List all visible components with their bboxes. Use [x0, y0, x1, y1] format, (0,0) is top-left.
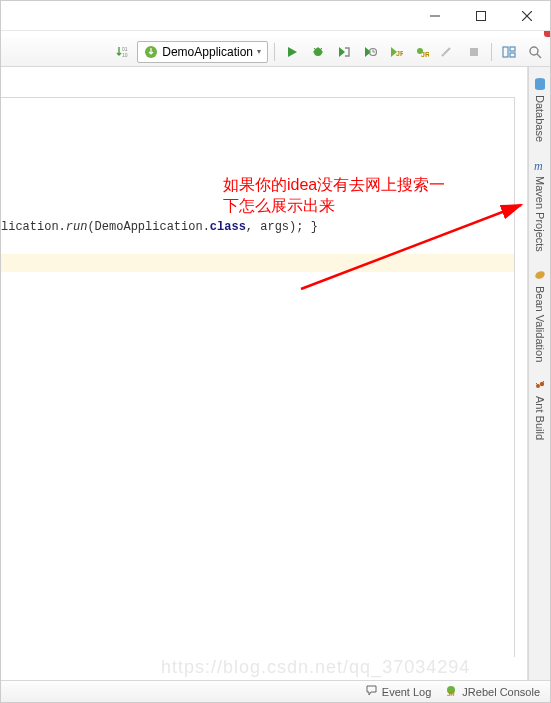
- rail-label: Bean Validation: [534, 286, 546, 362]
- profile-button[interactable]: [359, 41, 381, 63]
- spring-boot-icon: [144, 45, 158, 59]
- svg-text:JR: JR: [447, 691, 455, 697]
- run-configuration-selector[interactable]: DemoApplication ▾: [137, 41, 268, 63]
- project-structure-button[interactable]: [498, 41, 520, 63]
- svg-rect-25: [510, 47, 515, 51]
- rail-label: Database: [534, 95, 546, 142]
- minimize-button[interactable]: [412, 1, 458, 31]
- attach-button[interactable]: [437, 41, 459, 63]
- run-configuration-name: DemoApplication: [162, 45, 253, 59]
- svg-text:m: m: [534, 159, 543, 172]
- rail-label: Maven Projects: [534, 176, 546, 252]
- run-coverage-button[interactable]: [333, 41, 355, 63]
- speech-bubble-icon: [365, 684, 378, 699]
- svg-rect-26: [510, 53, 515, 57]
- bean-icon: [533, 268, 547, 282]
- svg-marker-15: [365, 47, 371, 57]
- toolbar-divider: [274, 43, 275, 61]
- run-button[interactable]: [281, 41, 303, 63]
- top-strip: [1, 31, 550, 37]
- ant-icon: [533, 378, 547, 392]
- svg-marker-14: [339, 47, 345, 57]
- code-content: lication.run(DemoApplication.class, args…: [1, 218, 514, 272]
- svg-point-27: [530, 47, 538, 55]
- svg-point-33: [533, 270, 545, 281]
- svg-rect-23: [470, 48, 478, 56]
- toolbar-divider: [491, 43, 492, 61]
- highlighted-line: [1, 254, 514, 272]
- maven-icon: m: [533, 158, 547, 172]
- debug-button[interactable]: [307, 41, 329, 63]
- svg-text:10: 10: [122, 52, 128, 58]
- jrebel-debug-button[interactable]: JR: [411, 41, 433, 63]
- annotation-line2: 下怎么展示出来: [223, 196, 499, 217]
- jrebel-run-button[interactable]: JR: [385, 41, 407, 63]
- svg-line-36: [536, 383, 538, 385]
- svg-rect-24: [503, 47, 508, 57]
- maximize-button[interactable]: [458, 1, 504, 31]
- update-sort-icon[interactable]: 0110: [111, 41, 133, 63]
- rail-maven-projects[interactable]: m Maven Projects: [533, 154, 547, 256]
- rail-ant-build[interactable]: Ant Build: [533, 374, 547, 444]
- status-jrebel-console[interactable]: JR JRebel Console: [445, 684, 540, 699]
- status-event-log[interactable]: Event Log: [365, 684, 432, 699]
- svg-text:JR: JR: [421, 51, 429, 58]
- svg-marker-7: [288, 47, 297, 57]
- svg-line-28: [537, 54, 541, 58]
- main-toolbar: 0110 DemoApplication ▾ JR JR: [1, 37, 550, 67]
- rail-label: Ant Build: [534, 396, 546, 440]
- editor-area[interactable]: lication.run(DemoApplication.class, args…: [1, 67, 528, 682]
- status-bar: Event Log JR JRebel Console: [1, 680, 550, 702]
- right-tool-rail: Database m Maven Projects Bean Validatio…: [528, 67, 550, 682]
- svg-text:JR: JR: [396, 50, 403, 57]
- annotation-line1: 如果你的idea没有去网上搜索一: [223, 176, 445, 193]
- search-everywhere-button[interactable]: [524, 41, 546, 63]
- jrebel-icon: JR: [445, 684, 458, 699]
- window-titlebar: [1, 1, 550, 31]
- main-body: lication.run(DemoApplication.class, args…: [1, 67, 550, 682]
- close-button[interactable]: [504, 1, 550, 31]
- svg-line-12: [314, 48, 316, 50]
- chevron-down-icon: ▾: [257, 47, 261, 56]
- jrebel-console-label: JRebel Console: [462, 686, 540, 698]
- event-log-label: Event Log: [382, 686, 432, 698]
- svg-line-13: [320, 48, 322, 50]
- rail-database[interactable]: Database: [533, 73, 547, 146]
- svg-rect-1: [477, 11, 486, 20]
- database-icon: [533, 77, 547, 91]
- code-line: lication.run(DemoApplication.class, args…: [1, 218, 514, 236]
- rail-bean-validation[interactable]: Bean Validation: [533, 264, 547, 366]
- annotation-text: 如果你的idea没有去网上搜索一 下怎么展示出来: [223, 175, 499, 217]
- stop-button[interactable]: [463, 41, 485, 63]
